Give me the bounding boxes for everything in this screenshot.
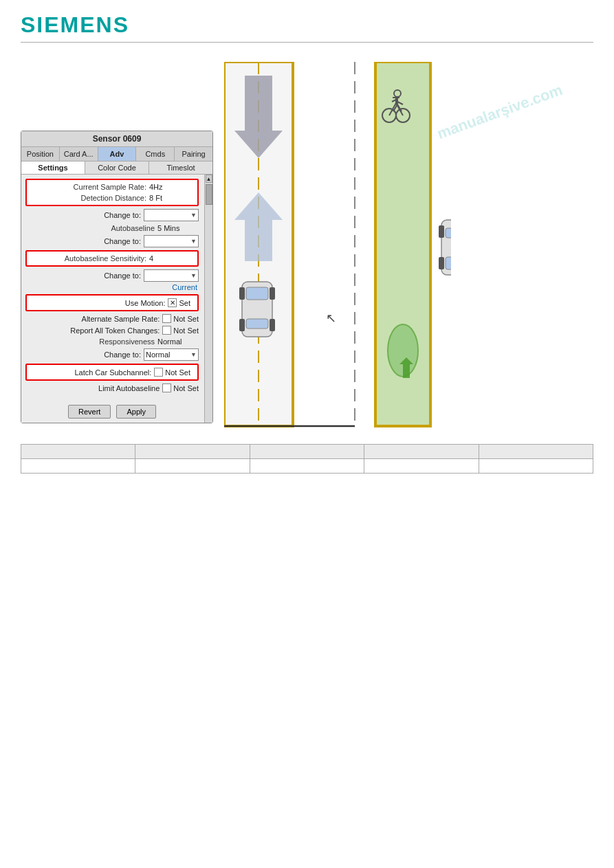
scrollbar-up-button[interactable]: ▲ (206, 175, 212, 183)
limit-autobaseline-row: Limit Autobaseline Not Set (21, 382, 203, 394)
tab-cmds[interactable]: Cmds (136, 147, 175, 161)
svg-rect-7 (239, 287, 245, 300)
change-to-select-3[interactable]: ▼ (144, 269, 199, 282)
autobaseline-sensitivity-row: Autobaseline Sensitivity: 4 (30, 253, 195, 264)
scrollbar[interactable]: ▲ (204, 175, 212, 423)
dialog-panel: Sensor 0609 Position Card A... Adv Cmds … (21, 131, 213, 423)
subtab-timeslot[interactable]: Timeslot (149, 162, 212, 174)
limit-autobaseline-set: Not Set (162, 383, 199, 392)
alternate-sample-rate-value: Not Set (173, 315, 199, 323)
autobaseline-sensitivity-label: Autobaseline Sensitivity: (57, 254, 146, 263)
latch-car-value: Not Set (165, 368, 190, 377)
change-to-row-normal: Change to: Normal ▼ (21, 347, 203, 362)
revert-button[interactable]: Revert (68, 405, 111, 419)
report-all-set: Not Set (162, 326, 199, 335)
report-all-value: Not Set (173, 326, 199, 335)
limit-autobaseline-checkbox[interactable] (162, 383, 171, 392)
main-content: Sensor 0609 Position Card A... Adv Cmds … (0, 48, 614, 430)
current-section-label: Current (21, 283, 203, 293)
alternate-sample-rate-set: Not Set (162, 314, 199, 323)
table-cell (135, 459, 250, 474)
change-to-label-3: Change to: (86, 271, 141, 280)
subtab-color-code[interactable]: Color Code (85, 162, 149, 174)
scrollbar-thumb[interactable] (206, 184, 212, 205)
table-cell (250, 459, 364, 474)
change-to-label-1: Change to: (86, 211, 141, 219)
svg-rect-34 (439, 225, 444, 238)
change-to-normal-value: Normal (146, 350, 170, 359)
svg-rect-5 (246, 287, 268, 300)
table-cell (21, 459, 135, 474)
table-cell (479, 459, 593, 474)
svg-rect-10 (270, 319, 275, 331)
tab-card-a[interactable]: Card A... (60, 147, 98, 161)
use-motion-checkbox[interactable] (168, 298, 177, 307)
subtab-settings[interactable]: Settings (21, 162, 85, 174)
autobaseline-value: 5 Mins (157, 224, 199, 232)
detection-distance-label: Detection Distance: (57, 194, 146, 202)
change-to-select-normal[interactable]: Normal ▼ (144, 348, 199, 361)
table-cell (364, 459, 479, 474)
tab-adv[interactable]: Adv (98, 147, 137, 161)
svg-rect-6 (246, 319, 268, 329)
change-to-row-2: Change to: ▼ (21, 234, 203, 249)
header: SIEMENS (0, 0, 614, 48)
road-diagram: manualarşive.com (224, 62, 593, 423)
watermark: manualarşive.com (435, 81, 564, 143)
current-sample-rate-label: Current Sample Rate: (57, 183, 146, 191)
autobaseline-sensitivity-value: 4 (149, 254, 190, 263)
svg-rect-8 (270, 287, 275, 300)
detection-distance-value: 8 Ft (149, 194, 190, 202)
report-all-checkbox[interactable] (162, 326, 171, 335)
dialog-subtabs: Settings Color Code Timeslot (21, 162, 212, 175)
change-to-label-normal: Change to: (86, 350, 141, 359)
current-sample-rate-value: 4Hz (149, 183, 190, 191)
detection-distance-row: Detection Distance: 8 Ft (30, 192, 195, 203)
limit-autobaseline-value: Not Set (173, 384, 199, 392)
use-motion-row: Use Motion: Set (30, 297, 195, 309)
change-to-row-3: Change to: ▼ (21, 268, 203, 283)
dialog-tabs: Position Card A... Adv Cmds Pairing (21, 147, 212, 162)
svg-rect-29 (446, 257, 451, 269)
tab-pairing[interactable]: Pairing (175, 147, 212, 161)
autobaseline-label: Autobaseline (65, 224, 155, 232)
svg-rect-32 (439, 257, 444, 269)
responsiveness-row: Responsiveness Normal (21, 336, 203, 347)
sample-rate-detection-group: Current Sample Rate: 4Hz Detection Dista… (25, 179, 199, 206)
autobaseline-row: Autobaseline 5 Mins (21, 223, 203, 234)
change-to-select-3-arrow: ▼ (190, 272, 197, 279)
use-motion-set-label: Set (179, 299, 190, 307)
change-to-select-1[interactable]: ▼ (144, 209, 199, 221)
alternate-sample-rate-checkbox[interactable] (162, 314, 171, 323)
latch-car-checkbox[interactable] (154, 368, 163, 377)
autobaseline-sensitivity-group: Autobaseline Sensitivity: 4 (25, 250, 199, 267)
change-to-label-2: Change to: (86, 237, 141, 245)
road-svg (224, 62, 451, 447)
dialog-body: ▲ Current Sample Rate: 4Hz Detection Dis… (21, 175, 212, 423)
use-motion-label: Use Motion: (76, 299, 165, 307)
svg-rect-9 (239, 319, 245, 331)
latch-car-group: Latch Car Subchannel: Not Set (25, 364, 199, 381)
svg-rect-30 (446, 228, 451, 238)
responsiveness-label: Responsiveness (65, 337, 155, 346)
latch-car-set: Not Set (154, 368, 190, 377)
alternate-sample-rate-row: Alternate Sample Rate: Not Set (21, 313, 203, 324)
dialog-footer: Revert Apply (21, 401, 203, 423)
use-motion-checkbox-set: Set (168, 298, 190, 307)
table-row (21, 459, 593, 474)
change-to-select-1-arrow: ▼ (190, 212, 197, 219)
latch-car-label: Latch Car Subchannel: (62, 368, 151, 377)
change-to-select-2[interactable]: ▼ (144, 235, 199, 247)
report-all-label: Report All Token Changes: (70, 326, 160, 335)
change-to-select-2-arrow: ▼ (190, 238, 197, 245)
apply-button[interactable]: Apply (116, 405, 156, 419)
current-sample-rate-row: Current Sample Rate: 4Hz (30, 181, 195, 192)
bottom-table (21, 444, 593, 474)
use-motion-group: Use Motion: Set (25, 294, 199, 311)
siemens-logo: SIEMENS (21, 12, 593, 38)
table-cell (479, 445, 593, 459)
latch-car-row: Latch Car Subchannel: Not Set (30, 366, 195, 378)
limit-autobaseline-label: Limit Autobaseline (70, 384, 160, 392)
tab-position[interactable]: Position (21, 147, 60, 161)
table-cell (21, 445, 135, 459)
